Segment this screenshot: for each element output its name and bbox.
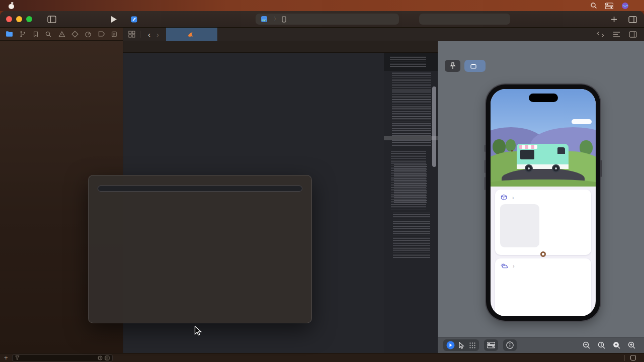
zoom-100-button[interactable] [598, 341, 606, 349]
editor-minimap[interactable] [384, 53, 438, 353]
pin-preview-button[interactable] [445, 60, 460, 72]
breakpoints-navigator-icon[interactable] [98, 31, 105, 37]
scheme-app-icon [261, 16, 268, 23]
project-app-icon [130, 16, 138, 23]
reports-navigator-icon[interactable] [111, 31, 117, 38]
new-orders-card[interactable]: › [495, 190, 591, 255]
quick-help-popover [88, 175, 312, 323]
iphone-preview[interactable]: › › [486, 84, 600, 321]
food-truck-image [517, 142, 570, 172]
canvas-toolbar [438, 337, 644, 353]
editor-layout-icon[interactable] [628, 16, 637, 23]
minimap-current-line [384, 136, 438, 140]
zoom-out-button[interactable] [583, 341, 591, 349]
zoom-window-button[interactable] [26, 16, 32, 22]
debug-navigator-icon[interactable] [85, 31, 92, 38]
popover-declaration-code [98, 186, 302, 192]
filter-recent-icon[interactable] [98, 355, 103, 360]
related-items-icon[interactable] [128, 31, 135, 38]
donut-count-icon [540, 251, 546, 257]
variants-mode-button[interactable] [469, 342, 476, 349]
zoom-in-button[interactable] [628, 341, 636, 349]
run-button[interactable] [111, 16, 117, 23]
control-center-icon[interactable] [605, 3, 613, 9]
back-button[interactable]: ‹ [145, 30, 153, 39]
status-bar: + [0, 353, 644, 362]
orders-donut-grid [495, 203, 591, 248]
editor-scrollbar[interactable] [432, 86, 436, 167]
swift-file-icon [187, 31, 194, 38]
forecast-chart [500, 273, 586, 310]
tab-truckview[interactable] [166, 28, 217, 41]
bookmarks-navigator-icon[interactable] [33, 31, 39, 38]
forecast-weather-icon [501, 263, 508, 269]
zoom-fit-button[interactable] [613, 341, 621, 349]
minimize-window-button[interactable] [16, 16, 22, 22]
preview-device-button[interactable] [464, 60, 486, 72]
add-editor-plus-icon[interactable] [611, 16, 617, 23]
tests-navigator-icon[interactable] [71, 31, 78, 38]
mouse-cursor [194, 326, 203, 337]
editor-tab-bar: ‹ › [123, 28, 644, 41]
toggle-navigator-icon[interactable] [47, 16, 56, 23]
editor-mode-icon[interactable] [630, 355, 636, 360]
navigator-filter-field[interactable] [12, 354, 113, 361]
xcode-toolbar: 〉 [0, 11, 644, 28]
project-navigator-icon[interactable] [6, 30, 13, 38]
forecast-card[interactable]: › [495, 258, 591, 316]
inspectors-toggle-icon[interactable] [629, 31, 637, 38]
preview-info-button[interactable] [506, 341, 514, 349]
live-preview-button[interactable] [446, 341, 455, 349]
apple-menu-icon[interactable] [8, 3, 15, 9]
add-file-button[interactable]: + [4, 354, 8, 361]
window-title [130, 16, 141, 23]
source-control-navigator-icon[interactable] [19, 31, 26, 38]
dynamic-island [529, 94, 558, 102]
siri-icon[interactable] [621, 2, 629, 10]
minimap-options-icon[interactable] [613, 31, 620, 38]
navigator-tab-bar [0, 28, 123, 41]
code-review-icon[interactable] [597, 31, 604, 38]
orders-box-icon [501, 194, 507, 201]
scheme-selector[interactable]: 〉 [256, 14, 399, 25]
close-window-button[interactable] [6, 16, 12, 22]
macos-menu-bar [0, 0, 644, 11]
filter-icon [15, 355, 20, 360]
activity-view[interactable] [419, 14, 510, 25]
app-screen: › › [491, 89, 596, 316]
brand-header-illustration [491, 89, 596, 187]
preview-canvas: › › [438, 41, 644, 353]
find-navigator-icon[interactable] [45, 31, 52, 38]
spotlight-icon[interactable] [590, 2, 597, 9]
device-settings-button[interactable] [487, 342, 495, 348]
device-icon [282, 16, 286, 23]
order-large-tile[interactable] [500, 204, 539, 247]
issues-navigator-icon[interactable] [58, 31, 65, 38]
selectable-mode-button[interactable] [459, 342, 465, 349]
jump-bar [123, 41, 438, 53]
filter-scm-icon[interactable] [105, 355, 110, 360]
forward-button[interactable]: › [153, 30, 162, 39]
